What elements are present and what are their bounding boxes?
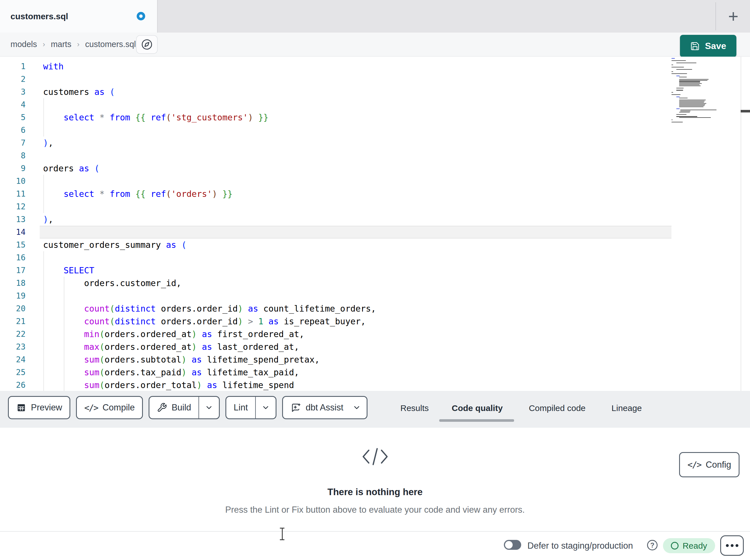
code-line[interactable]: 10 — [0, 175, 750, 188]
minimap-row — [679, 106, 704, 107]
minimap-row — [680, 111, 690, 111]
tab-bar-divider — [715, 2, 716, 30]
status-bar: Defer to staging/production ? Ready — [0, 531, 750, 560]
code-line[interactable]: 13), — [0, 213, 750, 226]
code-line[interactable]: 23 max(orders.ordered_at) as last_ordere… — [0, 340, 750, 353]
minimap-row — [676, 108, 680, 109]
breadcrumb-separator: › — [43, 40, 45, 49]
code-line[interactable]: 25 sum(orders.tax_paid) as lifetime_tax_… — [0, 366, 750, 379]
breadcrumb-item-file[interactable]: customers.sql — [85, 40, 136, 49]
code-line[interactable]: 16 — [0, 251, 750, 264]
help-icon[interactable]: ? — [647, 540, 657, 551]
lineage-compass-button[interactable] — [136, 35, 158, 54]
minimap-boundary — [741, 57, 741, 391]
line-number: 19 — [0, 290, 25, 302]
code-quality-panel: There is nothing here Press the Lint or … — [0, 428, 750, 531]
code-line[interactable]: 17 SELECT — [0, 264, 750, 277]
code-line[interactable]: 4 — [0, 98, 750, 111]
minimap-row — [676, 90, 683, 90]
line-number: 6 — [0, 124, 25, 137]
bottom-toolbar: Preview </> Compile Build — [0, 391, 750, 428]
code-line[interactable]: 24 sum(orders.subtotal) as lifetime_spen… — [0, 353, 750, 366]
minimap-row — [676, 76, 680, 76]
line-number: 15 — [0, 238, 25, 251]
minimap-row — [676, 116, 697, 117]
file-tab-customers-sql[interactable]: customers.sql — [0, 0, 158, 33]
code-line[interactable]: 3customers as ( — [0, 86, 750, 98]
breadcrumb-item-models[interactable]: models — [11, 40, 37, 49]
minimap-row — [671, 67, 684, 67]
minimap-row — [671, 94, 680, 95]
dot-icon — [735, 544, 738, 547]
code-line[interactable]: 22 min(orders.ordered_at) as first_order… — [0, 328, 750, 340]
dot-icon — [726, 544, 729, 547]
code-brackets-icon: </> — [688, 460, 701, 470]
tab-lineage[interactable]: Lineage — [612, 391, 642, 426]
code-line[interactable]: 20 count(distinct orders.order_id) as co… — [0, 302, 750, 315]
line-number: 12 — [0, 200, 25, 213]
new-tab-button[interactable]: + — [723, 5, 744, 27]
code-line[interactable]: 15customer_orders_summary as ( — [0, 238, 750, 251]
minimap-row — [679, 105, 705, 106]
defer-toggle[interactable] — [504, 540, 521, 550]
code-line[interactable]: 14 — [0, 226, 750, 238]
code-line[interactable]: 5 select * from {{ ref('stg_customers') … — [0, 111, 750, 124]
code-lines: 1with23customers as (45 select * from {{… — [0, 60, 750, 391]
code-line[interactable]: 8 — [0, 149, 750, 162]
line-number: 18 — [0, 277, 25, 290]
code-line[interactable]: 21 count(distinct orders.order_id) > 1 a… — [0, 315, 750, 328]
config-button-label: Config — [706, 460, 731, 470]
minimap-row — [676, 114, 687, 115]
tab-compiled-code[interactable]: Compiled code — [529, 391, 586, 426]
text-cursor-pointer — [279, 527, 285, 540]
minimap-row — [671, 122, 683, 122]
editor-scrollbar-thumb[interactable] — [741, 110, 750, 112]
status-badge[interactable]: Ready — [663, 538, 715, 553]
minimap-row — [671, 74, 687, 74]
code-line[interactable]: 12 — [0, 200, 750, 213]
code-line[interactable]: 9orders as ( — [0, 162, 750, 175]
line-number: 5 — [0, 111, 25, 124]
minimap-row — [679, 83, 702, 84]
code-line[interactable]: 7), — [0, 137, 750, 149]
compass-icon — [141, 39, 153, 50]
minimap-row — [679, 84, 699, 85]
minimap-row — [679, 81, 700, 82]
tab-results[interactable]: Results — [400, 391, 429, 426]
minimap-row — [679, 103, 706, 104]
line-number: 7 — [0, 137, 25, 149]
line-number: 22 — [0, 328, 25, 340]
breadcrumb-item-marts[interactable]: marts — [51, 40, 72, 49]
line-number: 8 — [0, 149, 25, 162]
panel-tab-strip: Results Code quality Compiled code Linea… — [0, 391, 750, 428]
active-tab-underline — [439, 419, 514, 422]
minimap-row — [679, 98, 688, 98]
minimap-row — [679, 102, 704, 103]
config-button[interactable]: </> Config — [679, 452, 739, 477]
dot-icon — [731, 544, 733, 547]
code-line[interactable]: 26 sum(orders.order_total) as lifetime_s… — [0, 379, 750, 391]
line-number: 14 — [0, 226, 25, 238]
line-number: 16 — [0, 251, 25, 264]
code-line[interactable]: 11 select * from {{ ref('orders') }} — [0, 188, 750, 200]
code-line[interactable]: 6 — [0, 124, 750, 137]
breadcrumb: models › marts › customers.sql — [11, 33, 136, 56]
save-button[interactable]: Save — [680, 35, 736, 57]
empty-state-title: There is nothing here — [328, 486, 423, 497]
minimap[interactable] — [671, 58, 741, 188]
code-line[interactable]: 1with — [0, 60, 750, 73]
breadcrumb-bar: models › marts › customers.sql — [0, 33, 750, 57]
line-number: 17 — [0, 264, 25, 277]
code-line[interactable]: 2 — [0, 73, 750, 86]
code-line[interactable]: 19 — [0, 290, 750, 302]
minimap-row — [671, 120, 673, 120]
more-options-button[interactable] — [720, 535, 744, 556]
line-number: 26 — [0, 379, 25, 391]
line-number: 9 — [0, 162, 25, 175]
code-line[interactable]: 18 orders.customer_id, — [0, 277, 750, 290]
breadcrumb-separator: › — [77, 40, 80, 49]
code-editor[interactable]: 1with23customers as (45 select * from {{… — [0, 57, 750, 391]
save-button-label: Save — [705, 41, 726, 51]
code-brackets-icon — [359, 445, 391, 469]
minimap-row — [679, 100, 706, 100]
